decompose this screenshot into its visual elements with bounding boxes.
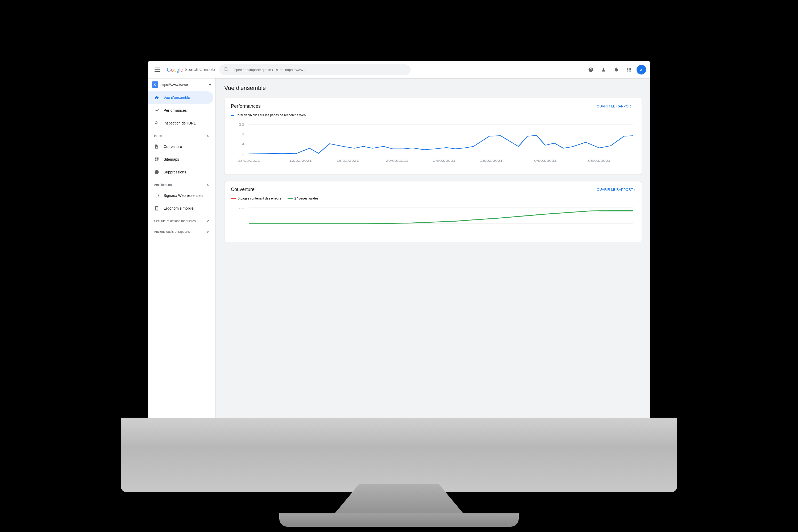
topbar: Google Search Console: [148, 61, 650, 78]
valid-legend-line: [288, 198, 293, 199]
mobile-icon: [154, 206, 159, 211]
svg-text:20/02/2021: 20/02/2021: [386, 159, 408, 163]
svg-text:08/03/2021: 08/03/2021: [588, 159, 610, 163]
nav-label-performances: Performances: [164, 108, 187, 113]
url-icon: C: [152, 81, 158, 88]
core-web-vitals-icon: [154, 193, 159, 198]
hamburger-menu[interactable]: [152, 64, 163, 75]
search-bar[interactable]: [219, 64, 411, 75]
valid-legend-text: 27 pages valides: [294, 196, 318, 200]
nav-item-core-web-vitals[interactable]: Signaux Web essentiels: [148, 189, 213, 202]
section-security-chevron: ∨: [206, 219, 209, 223]
nav-item-url-inspection[interactable]: Inspection de l'URL: [148, 117, 213, 130]
search-input[interactable]: [231, 68, 406, 72]
nav-label-url-inspection: Inspection de l'URL: [164, 121, 196, 125]
coverage-link-label: OUVRIR LE RAPPORT: [597, 188, 633, 191]
nav-item-sitemaps[interactable]: Sitemaps: [148, 153, 213, 166]
app-logo: Google Search Console: [167, 67, 215, 73]
errors-legend-line: [231, 198, 236, 199]
section-ameliorations[interactable]: Améliorations ∧: [148, 180, 215, 189]
topbar-actions: a: [586, 64, 646, 75]
coverage-legend-valid: 27 pages valides: [288, 196, 318, 200]
svg-line-1: [227, 70, 228, 71]
section-ameliorations-label: Améliorations: [154, 183, 173, 187]
sidebar: C https://www.//wwe ▾ Vue d'ensemble: [148, 78, 216, 428]
content-area: Vue d'ensemble Performances OUVRIR LE RA…: [216, 78, 650, 428]
notifications-button[interactable]: [611, 64, 622, 75]
nav-item-mobile[interactable]: Ergonomie mobile: [148, 202, 213, 215]
performances-legend-text: Total de 96 clics sur les pages de reche…: [236, 113, 306, 117]
performances-link-label: OUVRIR LE RAPPORT: [597, 104, 633, 108]
coverage-card-title: Couverture: [231, 187, 254, 192]
coverage-link-chevron: ›: [634, 188, 635, 191]
apps-button[interactable]: [624, 64, 634, 75]
performances-chart: 12 8 4 0 08/02/2021 12/02/2021: [231, 121, 635, 169]
main-layout: C https://www.//wwe ▾ Vue d'ensemble: [148, 78, 650, 428]
performances-card: Performances OUVRIR LE RAPPORT › Total d…: [224, 98, 642, 175]
nav-label-mobile: Ergonomie mobile: [164, 206, 194, 210]
user-settings-button[interactable]: [598, 64, 609, 75]
nav-item-overview[interactable]: Vue d'ensemble: [148, 91, 213, 104]
svg-text:08/02/2021: 08/02/2021: [238, 159, 260, 163]
section-index-chevron: ∧: [206, 134, 209, 138]
performances-card-body: Total de 96 clics sur les pages de reche…: [225, 113, 642, 174]
section-legacy-chevron: ∨: [206, 230, 209, 234]
monitor-base: [279, 513, 519, 527]
nav-label-coverage: Couverture: [164, 145, 182, 149]
nav-label-core-web-vitals: Signaux Web essentiels: [164, 193, 203, 198]
coverage-card-body: 0 pages contenant des erreurs 27 pages v…: [225, 196, 642, 242]
section-security[interactable]: Sécurité et actions manuelles ∨: [148, 217, 215, 225]
svg-text:4: 4: [242, 142, 244, 146]
performances-chart-svg: 12 8 4 0 08/02/2021 12/02/2021: [231, 121, 635, 169]
svg-text:04/03/2021: 04/03/2021: [534, 159, 556, 163]
errors-legend-text: 0 pages contenant des erreurs: [238, 196, 281, 200]
nav-item-coverage[interactable]: Couverture: [148, 140, 213, 153]
coverage-card: Couverture OUVRIR LE RAPPORT › 0 pages c…: [224, 181, 642, 242]
coverage-card-header: Couverture OUVRIR LE RAPPORT ›: [225, 182, 642, 196]
coverage-legend: 0 pages contenant des erreurs 27 pages v…: [231, 196, 635, 200]
svg-text:28/02/2021: 28/02/2021: [480, 159, 502, 163]
svg-text:0: 0: [242, 152, 244, 156]
monitor-body: [121, 418, 677, 492]
user-avatar[interactable]: a: [636, 65, 646, 75]
performances-open-report-link[interactable]: OUVRIR LE RAPPORT ›: [597, 104, 635, 108]
svg-text:12: 12: [239, 122, 244, 126]
coverage-open-report-link[interactable]: OUVRIR LE RAPPORT ›: [597, 188, 635, 191]
coverage-chart: 30: [231, 205, 635, 236]
section-ameliorations-chevron: ∧: [206, 183, 209, 187]
nav-item-removals[interactable]: Suppressions: [148, 166, 213, 178]
svg-text:30: 30: [239, 206, 244, 210]
search-icon: [224, 67, 228, 73]
nav-label-sitemaps: Sitemaps: [164, 157, 179, 162]
help-button[interactable]: [586, 64, 596, 75]
section-index-label: Index: [154, 134, 162, 138]
url-text: https://www.//wwe: [160, 83, 207, 87]
nav-label-overview: Vue d'ensemble: [164, 95, 190, 100]
removals-icon: [154, 169, 159, 175]
nav-item-performances[interactable]: Performances: [148, 104, 213, 117]
performances-card-title: Performances: [231, 103, 261, 109]
section-legacy[interactable]: Anciens outils et rapports ∨: [148, 227, 215, 236]
performances-link-chevron: ›: [634, 104, 635, 108]
performances-card-header: Performances OUVRIR LE RAPPORT ›: [225, 98, 642, 113]
svg-text:16/02/2021: 16/02/2021: [337, 159, 359, 163]
page-title: Vue d'ensemble: [224, 84, 642, 92]
section-index[interactable]: Index ∧: [148, 132, 215, 140]
coverage-legend-errors: 0 pages contenant des erreurs: [231, 196, 281, 200]
sitemaps-icon: [154, 157, 159, 162]
performances-legend: Total de 96 clics sur les pages de reche…: [231, 113, 635, 117]
url-dropdown-icon[interactable]: ▾: [209, 82, 211, 88]
nav-label-removals: Suppressions: [164, 170, 186, 174]
section-security-label: Sécurité et actions manuelles: [154, 219, 196, 223]
coverage-icon: [154, 144, 159, 149]
svg-point-0: [224, 67, 227, 71]
section-legacy-label: Anciens outils et rapports: [154, 230, 190, 233]
app-name: Search Console: [185, 67, 215, 72]
performances-legend-dot: [231, 115, 234, 116]
performances-icon: [154, 108, 159, 113]
svg-text:12/02/2021: 12/02/2021: [289, 159, 312, 163]
url-selector[interactable]: C https://www.//wwe ▾: [148, 78, 215, 91]
coverage-chart-svg: 30: [231, 205, 635, 236]
home-icon: [154, 95, 159, 100]
url-inspection-icon: [154, 120, 159, 126]
